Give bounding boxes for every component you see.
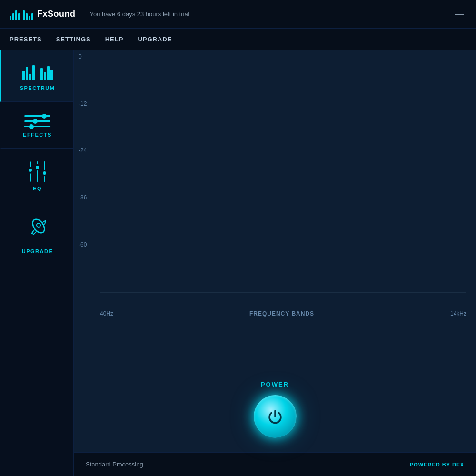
freq-center-label: FREQUENCY BANDS — [249, 310, 314, 317]
trial-message: You have 6 days 23 hours left in trial — [90, 10, 453, 18]
sidebar-spectrum-label: SPECTRUM — [20, 85, 55, 91]
grid-label-24: -24 — [79, 147, 87, 154]
sidebar-item-upgrade[interactable]: UPGRADE — [0, 202, 73, 265]
grid-label-12: -12 — [79, 100, 87, 107]
sidebar-item-spectrum[interactable]: SPECTRUM — [0, 50, 73, 102]
eq-icon — [29, 162, 46, 181]
logo-text: FxSound — [37, 9, 76, 19]
header: FxSound You have 6 days 23 hours left in… — [0, 0, 476, 29]
logo-icon — [10, 9, 33, 20]
minimize-button[interactable]: — — [452, 6, 466, 22]
grid-label-60: -60 — [79, 241, 87, 248]
freq-end-label: 14kHz — [450, 310, 466, 317]
footer: Standard Processing POWERED BY DFX — [74, 452, 476, 476]
grid-label-0: 0 — [79, 53, 82, 60]
power-section: POWER — [74, 371, 476, 452]
sidebar-item-eq[interactable]: EQ — [0, 149, 73, 202]
sidebar-item-effects[interactable]: EFFECTS — [0, 102, 73, 149]
effects-icon — [24, 115, 50, 127]
grid-label-36: -36 — [79, 194, 87, 201]
chart-grid: 0 -12 -24 -36 -60 — [100, 57, 466, 305]
processing-mode: Standard Processing — [86, 461, 143, 468]
rocket-icon — [26, 216, 50, 244]
nav-settings[interactable]: SETTINGS — [56, 33, 91, 45]
nav-presets[interactable]: PRESETS — [10, 33, 42, 45]
freq-start-label: 40Hz — [100, 310, 113, 317]
power-symbol-icon — [254, 395, 297, 438]
grid-line-24: -24 — [100, 154, 466, 154]
logo: FxSound — [10, 9, 76, 20]
spectrum-icon — [22, 63, 53, 80]
grid-line-12: -12 — [100, 107, 466, 107]
content-area: 0 -12 -24 -36 -60 40Hz FREQUENCY — [74, 50, 476, 476]
grid-line-36: -36 — [100, 201, 466, 201]
sidebar-upgrade-label: UPGRADE — [22, 248, 53, 254]
power-button[interactable] — [254, 395, 297, 438]
grid-line-60: -60 — [100, 248, 466, 248]
spectrum-chart: 0 -12 -24 -36 -60 40Hz FREQUENCY — [74, 50, 476, 371]
sidebar: SPECTRUM EFFECTS — [0, 50, 74, 476]
nav-bar: PRESETS SETTINGS HELP UPGRADE — [0, 29, 476, 50]
main-layout: SPECTRUM EFFECTS — [0, 50, 476, 476]
grid-line-0: 0 — [100, 60, 466, 60]
sidebar-effects-label: EFFECTS — [23, 132, 52, 138]
sidebar-eq-label: EQ — [33, 186, 42, 191]
powered-by: POWERED BY DFX — [410, 462, 464, 467]
power-label: POWER — [261, 381, 289, 388]
freq-axis: 40Hz FREQUENCY BANDS 14kHz — [100, 305, 466, 323]
nav-upgrade[interactable]: UPGRADE — [138, 33, 172, 45]
svg-point-1 — [37, 223, 40, 227]
nav-help[interactable]: HELP — [105, 33, 124, 45]
grid-line-bottom — [100, 292, 466, 293]
